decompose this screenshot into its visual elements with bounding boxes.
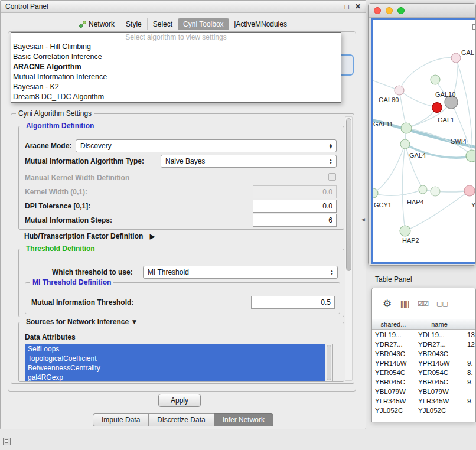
mac-minimize-button[interactable] [386,7,393,14]
column-header-extra[interactable] [464,319,475,329]
table-cell[interactable]: YBR045C [372,377,415,387]
network-node[interactable] [400,139,410,149]
algorithm-option[interactable]: Mutual Information Inference [11,72,341,82]
table-cell[interactable]: 9. [464,396,475,406]
network-node[interactable] [451,53,461,63]
table-cell[interactable]: 9. [464,377,475,387]
table-cell[interactable]: YLR345W [372,396,415,406]
algorithm-option[interactable]: Bayesian - Hill Climbing [11,42,341,52]
settings-scrollbar[interactable] [345,116,353,381]
table-row[interactable]: YLR345WYLR345W9. [372,396,475,406]
column-header-shared-name[interactable]: shared... [372,319,415,329]
algorithm-option[interactable]: Bayesian - K2 [11,82,341,92]
dpi-tolerance-field[interactable]: 0.0 [253,200,337,213]
table-cell[interactable]: YER054C [372,368,415,377]
mi-threshold-field[interactable]: 0.5 [251,296,335,309]
column-header-name[interactable]: name [415,319,464,329]
table-cell[interactable]: YJL052C [372,406,415,415]
mi-steps-field[interactable]: 6 [253,214,337,227]
panel-collapse-arrow-icon[interactable]: ◄ [360,216,366,223]
table-cell[interactable]: 8. [464,368,475,377]
scrollbar-thumb[interactable] [346,118,351,271]
close-icon[interactable]: ✕ [355,4,361,10]
table-cell[interactable]: YLR345W [415,396,464,406]
tab-discretize-data[interactable]: Discretize Data [148,413,214,426]
table-cell[interactable]: 12 [464,340,475,349]
tab-impute-data[interactable]: Impute Data [93,413,149,426]
mac-zoom-button[interactable] [397,7,405,14]
table-cell[interactable] [464,349,475,358]
table-cell[interactable]: YBL079W [415,387,464,396]
column-layout-icon[interactable]: ▥ [400,299,409,309]
minimized-panel-icon[interactable] [3,438,11,445]
table-cell[interactable]: YBR043C [372,349,415,358]
network-canvas[interactable]: GALGAL80GAL10GAL11GAL1SWI4GAL4GCY1HAP4HA… [371,18,476,264]
network-node[interactable] [431,75,440,84]
table-cell[interactable]: YPR145W [415,358,464,368]
tab-infer-network[interactable]: Infer Network [214,413,273,426]
aracne-mode-select[interactable]: Discovery ▲▼ [76,139,337,152]
table-cell[interactable]: YER054C [415,368,464,377]
table-row[interactable]: YBR045CYBR045C9. [372,377,475,387]
table-cell[interactable]: YBL079W [372,387,415,396]
list-scrollbar[interactable] [325,344,332,381]
table-row[interactable]: YDR27...YDR27...12 [372,340,475,349]
attribute-item[interactable]: BetweennessCentrality [25,363,326,373]
table-row[interactable]: YPR145WYPR145W9. [372,358,475,368]
data-attributes-list[interactable]: SelfLoopsTopologicalCoefficientBetweenne… [25,344,333,381]
node-label: GAL [461,49,474,56]
attribute-item[interactable]: TopologicalCoefficient [25,354,326,363]
hide-columns-icon[interactable]: ▢▢ [436,299,448,309]
tab-jactivemnodules[interactable]: jActiveMNodules [229,18,292,30]
node-label: Y [471,201,476,208]
network-node[interactable] [431,187,440,196]
table-cell[interactable]: YBR043C [415,349,464,358]
algorithm-option[interactable]: Dream8 DC_TDC Algorithm [11,92,341,102]
expand-arrow-icon[interactable]: ▶ [150,233,155,240]
network-node[interactable] [400,226,410,236]
network-window-titlebar[interactable] [369,4,475,18]
network-node[interactable] [466,150,476,162]
table-cell[interactable]: YDR27... [372,340,415,349]
control-panel-titlebar[interactable]: Control Panel ◻ ✕ [1,1,366,13]
table-row[interactable]: YBL079WYBL079W [372,387,475,396]
algorithm-option[interactable]: Basic Correlation Inference [11,52,341,62]
network-node[interactable] [401,123,412,133]
float-window-icon[interactable]: ◻ [344,4,350,10]
apply-button[interactable]: Apply [158,394,201,407]
attribute-item[interactable]: SelfLoops [25,344,326,354]
table-cell[interactable]: YBR045C [415,377,464,387]
table-row[interactable]: YER054CYER054C8. [372,368,475,377]
table-cell[interactable] [464,406,475,415]
table-row[interactable]: YJL052CYJL052C [372,406,475,415]
table-cell[interactable]: YPR145W [372,358,415,368]
attribute-item[interactable]: gal4RGexp [25,373,326,381]
which-threshold-select[interactable]: MI Threshold ▲▼ [143,266,338,279]
tab-network[interactable]: Network [74,18,120,30]
show-checked-columns-icon[interactable]: ☑☑ [418,299,428,309]
network-node[interactable] [432,103,442,113]
network-node[interactable] [464,185,475,196]
network-node[interactable] [395,86,404,95]
network-node[interactable] [419,185,427,194]
tab-select[interactable]: Select [147,18,178,30]
algorithm-option[interactable]: ARACNE Algorithm [11,62,341,72]
table-cell[interactable]: YJL052C [415,406,464,415]
table-cell[interactable]: 9. [464,358,475,368]
hub-transcription-factor-section[interactable]: Hub/Transcription Factor Definition ▶ [24,232,155,240]
table-cell[interactable]: YDL19... [415,330,464,340]
tab-style[interactable]: Style [120,18,147,30]
birdseye-toggle[interactable] [471,22,476,38]
birdseye-icon [472,24,476,30]
table-row[interactable]: YBR043CYBR043C [372,349,475,358]
tab-cyni-toolbox[interactable]: Cyni Toolbox [178,18,229,30]
table-cell[interactable]: YDL19... [372,330,415,340]
sources-group-title[interactable]: Sources for Network Inference ▼ [24,318,140,326]
table-row[interactable]: YDL19...YDL19...13 [372,330,475,340]
settings-gear-icon[interactable]: ⚙ [383,299,392,309]
mi-algorithm-type-select[interactable]: Naive Bayes ▲▼ [161,155,337,168]
table-cell[interactable]: 13 [464,330,475,340]
mac-close-button[interactable] [374,7,381,14]
table-cell[interactable]: YDR27... [415,340,464,349]
table-cell[interactable] [464,387,475,396]
